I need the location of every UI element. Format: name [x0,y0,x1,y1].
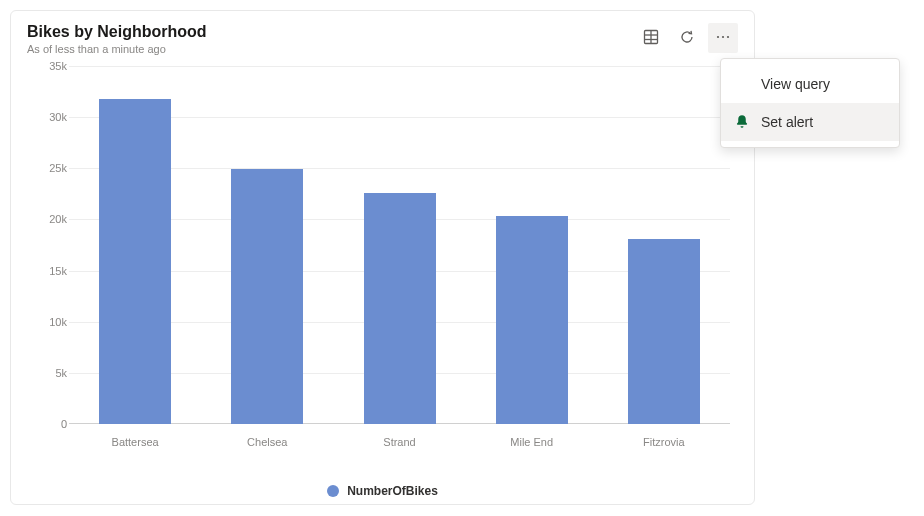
header-actions [636,23,738,53]
chart-area: BatterseaChelseaStrandMile EndFitzrovia … [27,66,738,456]
menu-item-set-alert[interactable]: Set alert [721,103,899,141]
svg-point-5 [722,35,724,37]
y-tick-label: 15k [27,265,67,277]
legend-swatch [327,485,339,497]
menu-item-label: View query [761,76,830,92]
table-view-button[interactable] [636,23,666,53]
menu-item-label: Set alert [761,114,813,130]
legend-label: NumberOfBikes [347,484,438,498]
card-header: Bikes by Neighborhood As of less than a … [27,23,738,55]
y-tick-label: 20k [27,213,67,225]
table-icon [643,29,659,48]
card-title: Bikes by Neighborhood [27,23,207,41]
bar[interactable] [628,239,700,424]
refresh-button[interactable] [672,23,702,53]
svg-point-4 [717,35,719,37]
refresh-icon [679,29,695,48]
x-tick-label: Fitzrovia [643,436,685,448]
menu-item-view-query[interactable]: View query [721,65,899,103]
bar[interactable] [99,99,171,424]
x-tick-label: Strand [383,436,415,448]
x-tick-label: Chelsea [247,436,287,448]
x-tick-label: Mile End [510,436,553,448]
title-block: Bikes by Neighborhood As of less than a … [27,23,207,55]
y-tick-label: 0 [27,418,67,430]
y-tick-label: 25k [27,162,67,174]
bar[interactable] [231,169,303,424]
more-options-menu: View query Set alert [720,58,900,148]
plot-area: BatterseaChelseaStrandMile EndFitzrovia [69,66,730,424]
bar[interactable] [496,216,568,424]
bar[interactable] [364,193,436,424]
grid-line [69,66,730,67]
svg-point-6 [727,35,729,37]
legend: NumberOfBikes [11,484,754,498]
more-options-button[interactable] [708,23,738,53]
chart-card: Bikes by Neighborhood As of less than a … [10,10,755,505]
card-subtitle: As of less than a minute ago [27,43,207,55]
bell-icon [733,113,751,131]
y-tick-label: 35k [27,60,67,72]
x-tick-label: Battersea [112,436,159,448]
y-tick-label: 10k [27,316,67,328]
more-icon [715,29,731,48]
y-tick-label: 30k [27,111,67,123]
y-tick-label: 5k [27,367,67,379]
